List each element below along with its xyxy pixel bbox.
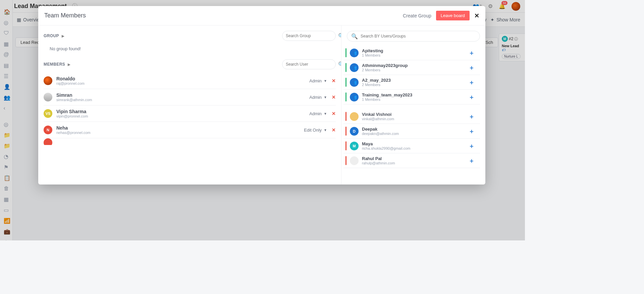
group-name: Training_team_may2023 [362, 92, 412, 97]
group-name: A2_may_2023 [362, 78, 391, 83]
user-email: vinkal@athmin.com [362, 117, 394, 121]
group-section-label[interactable]: GROUP ▶ [44, 33, 64, 38]
group-icon: 👥 [350, 49, 359, 57]
member-email: raj@pronnel.com [56, 81, 85, 85]
group-icon: 👥 [350, 93, 359, 101]
modal-title: Team Members [44, 12, 86, 19]
add-group-row: 👥 Training_team_may2023 1 Members ＋ [343, 90, 480, 104]
row-ribbon [345, 48, 346, 57]
no-group-text: No group found! [44, 44, 336, 57]
add-button[interactable]: ＋ [469, 78, 478, 86]
add-button[interactable]: ＋ [469, 93, 478, 101]
user-name: Vinkal Vishnoi [362, 112, 394, 117]
search-icon[interactable]: 🔍 [338, 61, 341, 68]
add-button[interactable]: ＋ [469, 127, 478, 135]
add-button[interactable]: ＋ [469, 157, 478, 165]
user-name: Maya [362, 141, 410, 146]
caret-right-icon: ▶ [62, 34, 64, 38]
member-name: Ronaldo [56, 76, 85, 81]
leave-board-button[interactable]: Leave board [436, 11, 470, 20]
remove-member-icon[interactable]: ✕ [332, 111, 336, 116]
modal-right-panel: 🔍 👥 Apitesting 1 Members ＋ 👥 Athminmay20… [341, 25, 485, 185]
add-user-row: M Maya richa.shukla2990@gmail.com ＋ [343, 139, 480, 153]
modal-header: Team Members Create Group Leave board ✕ [38, 6, 485, 25]
search-icon: 🔍 [351, 33, 358, 40]
chevron-down-icon: ▼ [324, 112, 327, 116]
close-icon[interactable]: ✕ [474, 12, 479, 19]
member-email: nehas@pronnel.com [56, 131, 91, 135]
row-ribbon [345, 63, 346, 72]
add-group-row: 👥 Athminmay2023group 2 Members ＋ [343, 60, 480, 75]
member-avatar [44, 76, 52, 85]
member-avatar: VS [44, 109, 52, 118]
user-name: Deepak [362, 127, 399, 132]
group-member-count: 1 Members [362, 97, 412, 101]
member-avatar: N [44, 126, 52, 134]
member-name: Simran [56, 92, 92, 98]
add-user-row: D Deepak deepakn@athmin.com ＋ [343, 124, 480, 139]
user-avatar [350, 112, 359, 121]
row-ribbon [345, 127, 346, 136]
group-member-count: 1 Members [362, 53, 383, 57]
search-icon[interactable]: 🔍 [338, 33, 341, 39]
group-member-count: 2 Members [362, 68, 408, 72]
search-group-input[interactable] [286, 33, 336, 38]
user-avatar [350, 156, 359, 165]
row-ribbon [345, 78, 346, 87]
add-button[interactable]: ＋ [469, 49, 478, 57]
add-button[interactable]: ＋ [469, 142, 478, 150]
group-icon: 👥 [350, 78, 359, 87]
group-name: Apitesting [362, 48, 383, 53]
group-label-text: GROUP [44, 33, 59, 38]
group-icon: 👥 [350, 63, 359, 72]
row-ribbon [345, 92, 346, 101]
remove-member-icon[interactable]: ✕ [332, 78, 336, 83]
group-member-count: 2 Members [362, 83, 391, 87]
member-email: vipin@pronnel.com [56, 114, 88, 118]
add-group-row: 👥 Apitesting 1 Members ＋ [343, 46, 480, 60]
add-button[interactable]: ＋ [469, 64, 478, 72]
user-avatar: M [350, 142, 359, 150]
add-button[interactable]: ＋ [469, 113, 478, 121]
member-row: VS Vipin Sharma vipin@pronnel.com Admin … [44, 105, 336, 122]
search-users-groups-input[interactable] [361, 34, 476, 39]
row-ribbon [345, 156, 346, 165]
chevron-down-icon: ▼ [324, 79, 327, 83]
remove-member-icon[interactable]: ✕ [332, 94, 336, 100]
member-row: Simran simrank@athmin.com Admin ▼ ✕ [44, 89, 336, 105]
member-row: Ronaldo raj@pronnel.com Admin ▼ ✕ [44, 73, 336, 89]
team-members-modal: Team Members Create Group Leave board ✕ … [38, 6, 485, 185]
chevron-down-icon: ▼ [324, 95, 327, 99]
search-users-groups-field[interactable]: 🔍 [347, 31, 480, 42]
row-ribbon [345, 112, 346, 121]
user-email: deepakn@athmin.com [362, 132, 399, 136]
search-user-input[interactable] [286, 62, 336, 67]
add-user-row: Vinkal Vishnoi vinkal@athmin.com ＋ [343, 109, 480, 124]
add-group-row: 👥 A2_may_2023 2 Members ＋ [343, 75, 480, 90]
row-ribbon [345, 141, 346, 150]
role-selector[interactable]: Admin ▼ [309, 78, 327, 83]
group-name: Athminmay2023group [362, 63, 408, 68]
member-avatar [44, 93, 52, 101]
user-avatar: D [350, 127, 359, 136]
remove-member-icon[interactable]: ✕ [332, 127, 336, 133]
search-user-field[interactable]: 🔍 [282, 59, 336, 69]
chevron-down-icon: ▼ [324, 128, 327, 132]
members-label-text: MEMBERS [44, 62, 65, 67]
role-selector[interactable]: Edit Only ▼ [304, 128, 327, 133]
role-selector[interactable]: Admin ▼ [309, 111, 327, 116]
members-section-label[interactable]: MEMBERS ▶ [44, 62, 71, 67]
create-group-link[interactable]: Create Group [403, 13, 431, 18]
member-name: Neha [56, 125, 91, 131]
member-avatar [44, 138, 52, 145]
search-group-field[interactable]: 🔍 [282, 31, 336, 41]
member-email: simrank@athmin.com [56, 98, 92, 102]
role-selector[interactable]: Admin ▼ [309, 95, 327, 100]
user-email: rahulp@athmin.com [362, 161, 395, 165]
member-name: Vipin Sharma [56, 109, 88, 114]
add-user-row: Rahul Pal rahulp@athmin.com ＋ [343, 153, 480, 168]
user-name: Rahul Pal [362, 156, 395, 161]
caret-right-icon: ▶ [68, 63, 70, 66]
user-email: richa.shukla2990@gmail.com [362, 146, 410, 150]
modal-left-panel: GROUP ▶ 🔍 No group found! MEMBERS ▶ 🔍 [38, 25, 341, 185]
